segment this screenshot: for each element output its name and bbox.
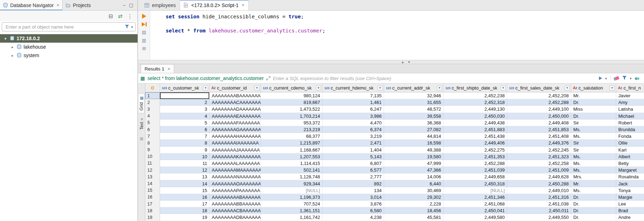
row-number[interactable]: 19 (145, 214, 160, 221)
result-query-text[interactable]: select * from lakehouse.customer_analyti… (147, 75, 264, 81)
grid-cell[interactable]: 18 (160, 207, 210, 214)
grid-cell[interactable]: Ms. (571, 167, 616, 173)
row-number[interactable]: 10 (145, 153, 160, 160)
grid-cell[interactable]: 892 (323, 180, 384, 187)
grid-cell[interactable]: 18,456 (384, 207, 444, 214)
close-icon[interactable]: × (241, 2, 244, 8)
grid-cell[interactable]: 2,449,628 (507, 173, 571, 180)
sort-dropdown-icon[interactable]: ▼ (565, 85, 570, 91)
grid-cell[interactable]: AAAAAAAAGAAAAAAA (210, 126, 261, 133)
grid-cell[interactable]: 2,777 (323, 173, 384, 180)
grid-cell[interactable]: 14 (160, 180, 210, 187)
close-icon[interactable]: × (167, 66, 170, 72)
grid-cell[interactable]: 4,238 (323, 214, 384, 221)
grid-cell[interactable]: 1,161,742 (261, 214, 323, 221)
grid-cell[interactable]: 2,451,038 (507, 201, 571, 207)
grid-cell[interactable]: 2,450,030 (444, 113, 507, 119)
grid-cell[interactable]: 2 (160, 99, 210, 106)
row-number[interactable]: 9 (145, 147, 160, 153)
row-number[interactable]: 17 (145, 201, 160, 207)
filters-menu-icon[interactable] (622, 75, 627, 81)
grid-cell[interactable]: Robert (616, 119, 644, 126)
grid-cell[interactable]: 1,473,522 (261, 106, 323, 112)
explain-plan-icon[interactable]: ▤ (142, 30, 146, 35)
grid-cell[interactable]: AAAAAAAAJAAAAAAA (210, 147, 261, 153)
sort-dropdown-icon[interactable]: ▼ (254, 85, 260, 91)
grid-cell[interactable]: 31,655 (384, 99, 444, 106)
grid-cell[interactable]: Mr. (571, 180, 616, 187)
grid-cell[interactable]: AAAAAAAADBAAAAAA (210, 214, 261, 221)
grid-cell[interactable]: 7,135 (323, 92, 384, 99)
grid-cell[interactable]: 2,452,258 (507, 160, 571, 167)
tab-database-navigator[interactable]: Database Navigator × (0, 0, 63, 10)
grid-cell[interactable]: AAAAAAAABAAAAAAA (210, 92, 261, 99)
grid-cell[interactable]: 6,247 (323, 106, 384, 112)
grid-cell[interactable]: Sir (571, 119, 616, 126)
execute-script-icon[interactable] (142, 22, 147, 26)
grid-cell[interactable]: AAAAAAAAOAAAAAAA (210, 180, 261, 187)
grid-cell[interactable]: 929,344 (261, 180, 323, 187)
grid-cell[interactable]: 36,368 (384, 119, 444, 126)
row-number[interactable]: 6 (145, 126, 160, 133)
grid-cell[interactable]: 2,452,238 (444, 92, 507, 99)
row-number[interactable]: 4 (145, 113, 160, 119)
view-menu-icon[interactable]: ⋮ (127, 13, 133, 19)
grid-cell[interactable]: Ms. (571, 153, 616, 160)
grid-cell[interactable]: 2,450,318 (444, 180, 507, 187)
grid-cell[interactable]: 7 (160, 133, 210, 140)
grid-cell[interactable]: 2,451,323 (507, 153, 571, 160)
row-number[interactable]: 5 (145, 119, 160, 126)
row-number[interactable]: 11 (145, 160, 160, 167)
result-filter-input[interactable] (273, 76, 597, 81)
grid-cell[interactable]: Dr. (571, 194, 616, 201)
grid-cell[interactable]: 3,014 (323, 194, 384, 201)
grid-cell[interactable]: Tonya (616, 187, 644, 194)
grid-cell[interactable]: 134 (323, 187, 384, 194)
grid-cell[interactable]: Ollie (616, 140, 644, 146)
grid-cell[interactable]: 1,361,151 (261, 207, 323, 214)
tree-expander-icon[interactable]: ▸ (10, 45, 15, 49)
grid-cell[interactable]: AAAAAAAADAAAAAAA (210, 106, 261, 112)
sort-dropdown-icon[interactable]: ▼ (610, 85, 615, 91)
grid-cell[interactable]: 1,168,667 (261, 147, 323, 153)
grid-cell[interactable]: Brad (616, 207, 644, 214)
grid-cell[interactable]: 2,452,288 (444, 160, 507, 167)
grid-cell[interactable]: Lee (616, 201, 644, 207)
grid-cell[interactable]: 980,124 (261, 92, 323, 99)
grid-cell[interactable]: 1,114,415 (261, 160, 323, 167)
grid-cell[interactable]: 3,876 (323, 201, 384, 207)
grid-cell[interactable]: Ms. (571, 133, 616, 140)
grid-cell[interactable]: 2,449,580 (444, 214, 507, 221)
grid-cell[interactable]: 2,449,658 (444, 173, 507, 180)
grid-cell[interactable]: 2,451,316 (507, 194, 571, 201)
tab-grid-view[interactable]: Grid ▦ (139, 93, 145, 113)
row-number[interactable]: 2 (145, 99, 160, 106)
grid-cell[interactable]: 2,449,408 (507, 119, 571, 126)
sql-code[interactable]: set session hide_inaccessible_columns = … (150, 11, 325, 60)
row-number[interactable]: 12 (145, 167, 160, 173)
grid-cell[interactable]: 2,452,208 (507, 92, 571, 99)
grid-cell[interactable]: 15 (160, 187, 210, 194)
grid-cell[interactable]: 45,581 (384, 214, 444, 221)
grid-cell[interactable]: 30,469 (384, 187, 444, 194)
grid-cell[interactable]: 2,449,130 (444, 106, 507, 112)
grid-cell[interactable]: Miss (571, 106, 616, 112)
maximize-results-icon[interactable]: ▼ (408, 61, 410, 64)
grid-cell[interactable]: 4 (160, 113, 210, 119)
grid-cell[interactable]: Albert (616, 153, 644, 160)
grid-cell[interactable]: [NULL] (444, 187, 507, 194)
grid-cell[interactable]: 16,598 (384, 140, 444, 146)
minimize-icon[interactable]: – (123, 2, 125, 8)
tree-item-system[interactable]: ▸system (0, 51, 138, 60)
grid-cell[interactable]: 6,580 (323, 207, 384, 214)
grid-cell[interactable]: AAAAAAAAEAAAAAAA (210, 113, 261, 119)
apply-filter-icon[interactable] (599, 76, 602, 80)
collapse-all-icon[interactable]: ⊟ (109, 13, 113, 19)
grid-cell[interactable]: Ms. (571, 187, 616, 194)
grid-cell[interactable]: 2,449,438 (444, 119, 507, 126)
grid-cell[interactable]: AAAAAAAACAAAAAAA (210, 99, 261, 106)
grid-cell[interactable]: 953,372 (261, 119, 323, 126)
grid-cell[interactable]: Dr. (571, 113, 616, 119)
grid-cell[interactable]: 13 (160, 173, 210, 180)
grid-cell[interactable]: 48,572 (384, 106, 444, 112)
